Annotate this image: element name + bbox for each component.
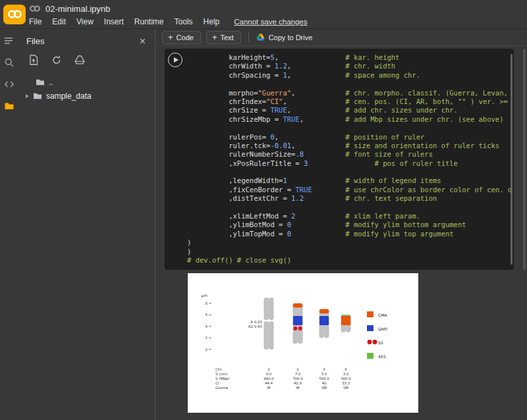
svg-text:500.0: 500.0 [319, 377, 329, 381]
table-of-contents-icon[interactable] [4, 36, 14, 46]
svg-text:Guerra: Guerra [215, 386, 228, 390]
svg-text:5S: 5S [378, 340, 383, 345]
svg-text:300.0: 300.0 [341, 377, 351, 381]
svg-text:44.4: 44.4 [265, 381, 273, 385]
colab-logo[interactable] [0, 0, 29, 28]
files-panel: Files × .. [18, 29, 155, 420]
svg-text:3: 3 [323, 367, 325, 371]
menu-insert[interactable]: Insert [104, 17, 124, 26]
svg-text:700.0: 700.0 [292, 377, 303, 381]
svg-text:DAPI: DAPI [378, 327, 387, 331]
cell-scrollbar[interactable] [511, 54, 513, 265]
svg-text:A2 0.43: A2 0.43 [248, 325, 263, 328]
add-text-button[interactable]: + Text [206, 31, 241, 44]
code-lines: karHeight=5, # kar. height chrWidth = 1.… [187, 53, 511, 265]
search-icon[interactable] [4, 57, 14, 68]
play-icon [174, 57, 179, 63]
tree-item-sample-data[interactable]: sample_data [18, 89, 155, 103]
colab-logo-badge [3, 5, 26, 24]
main-scrollbar-thumb[interactable] [523, 49, 526, 270]
svg-text:33.3: 33.3 [342, 381, 350, 385]
mount-drive-icon[interactable] [74, 54, 86, 66]
svg-text:S (Mbp): S (Mbp) [215, 377, 229, 381]
app-header: 02-minimal.ipynb File Edit View Insert R… [0, 0, 527, 29]
file-tree: .. sample_data [18, 71, 155, 103]
svg-text:X: X [345, 367, 347, 371]
left-icon-rail [0, 29, 18, 420]
notebook-toolbar: + Code + Text Copy to Drive [155, 29, 527, 46]
menu-edit[interactable]: Edit [52, 17, 66, 26]
files-panel-toolbar [18, 50, 155, 71]
tree-item-parent-dir[interactable]: .. [18, 75, 155, 89]
svg-text:3.0: 3.0 [343, 372, 349, 376]
copy-to-drive-button[interactable]: Copy to Drive [256, 34, 313, 41]
tree-item-label: .. [49, 78, 53, 87]
svg-text:8: 8 [206, 302, 208, 305]
svg-text:1: 1 [296, 367, 299, 371]
upload-file-icon[interactable] [28, 54, 40, 66]
svg-text:M: M [267, 386, 271, 390]
svg-text:7.0: 7.0 [295, 372, 301, 376]
svg-text:SM: SM [343, 386, 348, 390]
add-code-label: Code [177, 34, 194, 41]
file-title-row: 02-minimal.ipynb [29, 2, 527, 15]
cell-output: µm8642029.0900.044.4M17.0700.042.9M35.05… [188, 273, 418, 413]
add-code-button[interactable]: + Code [162, 31, 201, 44]
menu-help[interactable]: Help [204, 17, 220, 26]
svg-text:900.0: 900.0 [264, 377, 274, 381]
svg-text:4: 4 [206, 325, 208, 328]
chevron-right-icon[interactable] [26, 94, 29, 98]
menu-view[interactable]: View [76, 17, 94, 26]
run-cell-button[interactable] [168, 53, 182, 67]
svg-text:CMA: CMA [378, 313, 387, 317]
svg-text:2: 2 [206, 336, 208, 340]
karyotype-plot: µm8642029.0900.044.4M17.0700.042.9M35.05… [188, 273, 418, 413]
add-text-label: Text [220, 34, 233, 41]
code-cell[interactable]: karHeight=5, # kar. height chrWidth = 1.… [165, 49, 514, 270]
menubar: File Edit View Insert Runtime Tools Help… [29, 15, 527, 28]
svg-text:A 0.20: A 0.20 [250, 320, 262, 324]
tree-item-label: sample_data [46, 92, 92, 101]
code-snippets-icon[interactable] [4, 79, 14, 90]
menu-runtime[interactable]: Runtime [134, 17, 164, 26]
files-icon[interactable] [4, 101, 14, 111]
svg-text:2: 2 [267, 367, 270, 371]
notebook-filename[interactable]: 02-minimal.ipynb [45, 4, 110, 14]
save-status-link[interactable]: Cannot save changes [234, 18, 307, 26]
svg-text:µm: µm [201, 293, 208, 298]
svg-text:SM: SM [321, 386, 327, 390]
svg-text:Chr.: Chr. [215, 367, 223, 371]
infinity-icon [7, 9, 22, 19]
svg-text:45S: 45S [378, 354, 386, 359]
svg-text:6: 6 [206, 313, 208, 317]
svg-text:S (um): S (um) [215, 372, 227, 376]
refresh-icon[interactable] [51, 54, 63, 66]
svg-text:0: 0 [206, 348, 208, 352]
drive-icon [256, 34, 265, 41]
svg-text:M: M [296, 386, 300, 390]
files-panel-title: Files [26, 36, 44, 46]
code-editor[interactable]: karHeight=5, # kar. height chrWidth = 1.… [187, 53, 511, 266]
plus-icon: + [168, 34, 173, 41]
close-icon[interactable]: × [140, 37, 146, 46]
folder-icon [33, 92, 42, 100]
toolbar-divider [248, 32, 249, 42]
svg-text:5.0: 5.0 [321, 372, 327, 376]
menu-file[interactable]: File [29, 17, 42, 26]
svg-text:40: 40 [322, 381, 327, 385]
plus-icon: + [212, 34, 217, 41]
folder-icon [36, 78, 45, 86]
svg-text:9.0: 9.0 [266, 372, 272, 376]
menu-tools[interactable]: Tools [175, 17, 193, 26]
svg-text:42.9: 42.9 [294, 381, 302, 385]
notebook-main: + Code + Text Copy to Drive karHeight=5,… [155, 29, 527, 420]
svg-text:CI: CI [215, 381, 219, 385]
colab-file-icon [29, 5, 41, 13]
copy-to-drive-label: Copy to Drive [269, 34, 313, 41]
